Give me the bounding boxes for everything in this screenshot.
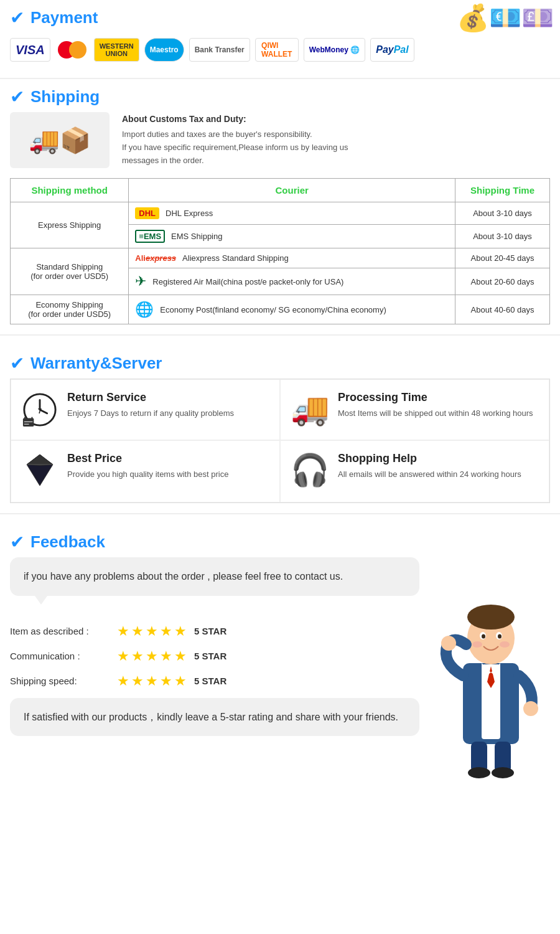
table-row: Express Shipping DHL DHL Express About 3… <box>11 202 550 225</box>
svg-point-22 <box>500 641 510 648</box>
warranty-section: ✔ Warranty&Server 7 Retu <box>0 346 560 514</box>
service-person-image <box>432 557 550 781</box>
feedback-title: Feedback <box>30 532 105 552</box>
warranty-item-help: 🎧 Shopping Help All emails will be answe… <box>280 440 549 502</box>
svg-text:7: 7 <box>38 407 42 415</box>
star-2: ★ <box>131 623 144 639</box>
rating-row-ship: Shipping speed: ★ ★ ★ ★ ★ 5 STAR <box>10 673 419 689</box>
svg-point-23 <box>441 636 456 651</box>
svg-rect-5 <box>24 417 26 420</box>
col-courier: Courier <box>129 179 455 202</box>
shipping-title: Shipping <box>30 87 100 106</box>
star-count-comm: 5 STAR <box>194 651 226 661</box>
star-1: ★ <box>117 648 129 664</box>
best-price-text: Best Price Provide you high quality item… <box>67 452 228 481</box>
warranty-item-processing: 🚚 Processing Time Most Items will be shi… <box>280 379 549 440</box>
customs-line-2: If you have specific requirement,Please … <box>122 141 348 154</box>
maestro-logo: Maestro <box>144 38 184 62</box>
return-service-desc: Enjoys 7 Days to return if any quality p… <box>67 407 234 420</box>
method-express: Express Shipping <box>11 202 129 248</box>
paypal-logo: PayPal <box>370 38 414 62</box>
warranty-item-price: Best Price Provide you high quality item… <box>11 440 280 502</box>
payment-check-icon: ✔ <box>10 7 24 28</box>
stars-ship: ★ ★ ★ ★ ★ <box>117 673 187 689</box>
customs-line-3: messages in the order. <box>122 154 348 167</box>
star-count-item: 5 STAR <box>194 626 226 636</box>
star-5: ★ <box>174 648 187 664</box>
courier-ali: Aliexpress Aliexpress Standard Shipping <box>129 248 455 268</box>
star-1: ★ <box>117 623 129 639</box>
method-economy: Economy Shipping(for order under USD5) <box>11 295 129 324</box>
star-3: ★ <box>146 623 158 639</box>
best-price-title: Best Price <box>67 452 228 465</box>
star-2: ★ <box>131 673 144 689</box>
shipping-header: ✔ Shipping <box>0 79 560 112</box>
feedback-bubble-1: if you have any problems about the order… <box>10 557 419 596</box>
shipping-check-icon: ✔ <box>10 87 24 107</box>
method-standard: Standard Shipping(for order over USD5) <box>11 248 129 295</box>
payment-title: Payment <box>30 8 98 27</box>
payment-logos-row: VISA WESTERNUNION Maestro Bank Transfer … <box>0 33 560 72</box>
processing-time-desc: Most Items will be shipped out within 48… <box>338 407 533 420</box>
svg-point-20 <box>498 634 502 639</box>
col-time: Shipping Time <box>455 179 550 202</box>
dhl-label: DHL Express <box>166 209 213 218</box>
svg-rect-6 <box>31 417 32 420</box>
stars-comm: ★ ★ ★ ★ ★ <box>117 648 187 664</box>
rating-label-ship: Shipping speed: <box>10 676 110 686</box>
customs-title: About Customs Tax and Duty: <box>122 112 348 126</box>
ali-label: Aliexpress Standard Shipping <box>182 253 289 263</box>
economy-label: Economy Post(finland economy/ SG economy… <box>160 305 386 314</box>
time-ali: About 20-45 days <box>455 248 550 268</box>
return-service-text: Return Service Enjoys 7 Days to return i… <box>67 391 234 420</box>
svg-marker-10 <box>27 455 53 466</box>
star-5: ★ <box>174 673 187 689</box>
processing-time-text: Processing Time Most Items will be shipp… <box>338 391 533 420</box>
svg-point-16 <box>467 605 515 630</box>
feedback-check-icon: ✔ <box>10 532 24 552</box>
shipping-info-row: 🚚📦 About Customs Tax and Duty: Import du… <box>0 112 560 178</box>
time-ems: About 3-10 days <box>455 225 550 248</box>
un-badge: 🌐 <box>135 301 154 318</box>
table-row: Standard Shipping(for order over USD5) A… <box>11 248 550 268</box>
dhl-badge: DHL <box>135 207 159 219</box>
shipping-table: Shipping method Courier Shipping Time Ex… <box>10 178 550 324</box>
feedback-left-col: if you have any problems about the order… <box>10 557 419 736</box>
time-airmail: About 20-60 days <box>455 268 550 295</box>
feedback-section: ✔ Feedback if you have any problems abou… <box>0 524 560 794</box>
ems-label: EMS Shipping <box>171 232 222 241</box>
warranty-header: ✔ Warranty&Server <box>0 346 560 379</box>
star-1: ★ <box>117 673 129 689</box>
shipping-section: ✔ Shipping 🚚📦 About Customs Tax and Duty… <box>0 79 560 336</box>
svg-point-28 <box>492 767 514 778</box>
shopping-help-title: Shopping Help <box>338 452 521 465</box>
svg-point-24 <box>523 701 538 716</box>
airmail-label: Registered Air Mail(china post/e packet-… <box>152 277 343 286</box>
ali-badge: Aliexpress <box>135 253 176 263</box>
rating-label-comm: Communication : <box>10 651 110 661</box>
svg-rect-4 <box>23 418 34 427</box>
qiwi-logo: QIWIWALLET <box>255 38 299 62</box>
courier-dhl: DHL DHL Express <box>129 202 455 225</box>
time-dhl: About 3-10 days <box>455 202 550 225</box>
star-4: ★ <box>160 648 172 664</box>
bank-transfer-logo: Bank Transfer <box>189 38 250 62</box>
shopping-help-text: Shopping Help All emails will be answere… <box>338 452 521 481</box>
visa-logo: VISA <box>10 38 50 62</box>
customs-text-block: About Customs Tax and Duty: Import dutie… <box>122 112 348 167</box>
courier-airmail: ✈ Registered Air Mail(china post/e packe… <box>129 268 455 295</box>
truck-icon: 🚚 <box>291 391 329 427</box>
rating-row-comm: Communication : ★ ★ ★ ★ ★ 5 STAR <box>10 648 419 664</box>
feedback-bubble-2: If satisfied with our products，kindly le… <box>10 698 419 737</box>
warranty-item-return: 7 Return Service Enjoys 7 Days to return… <box>11 379 280 440</box>
payment-section: ✔ Payment 💰💶💷 VISA WESTERNUNION Maestro … <box>0 0 560 79</box>
ems-badge: ≡EMS <box>135 230 165 243</box>
star-3: ★ <box>146 648 158 664</box>
rating-label-item: Item as described : <box>10 626 110 636</box>
feedback-header: ✔ Feedback <box>0 524 560 557</box>
shopping-help-desc: All emails will be answered within 24 wo… <box>338 468 521 481</box>
customs-line-1: Import duties and taxes are the buyer's … <box>122 128 348 141</box>
diamond-icon <box>21 452 58 491</box>
courier-economy: 🌐 Economy Post(finland economy/ SG econo… <box>129 295 455 324</box>
warranty-grid: 7 Return Service Enjoys 7 Days to return… <box>10 379 550 503</box>
